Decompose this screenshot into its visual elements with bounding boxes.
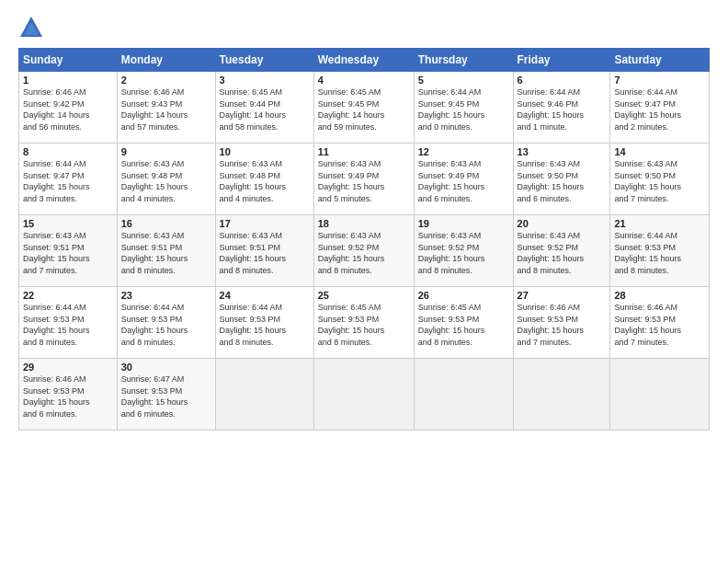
day-number: 14 <box>614 146 705 157</box>
calendar: SundayMondayTuesdayWednesdayThursdayFrid… <box>18 48 710 431</box>
day-info: Sunrise: 6:45 AM Sunset: 9:53 PM Dayligh… <box>418 302 509 348</box>
day-info: Sunrise: 6:43 AM Sunset: 9:52 PM Dayligh… <box>318 230 410 276</box>
day-number: 11 <box>318 146 410 157</box>
calendar-day: 12Sunrise: 6:43 AM Sunset: 9:49 PM Dayli… <box>414 144 513 215</box>
calendar-day: 20Sunrise: 6:43 AM Sunset: 9:52 PM Dayli… <box>513 215 610 287</box>
day-number: 13 <box>518 146 607 157</box>
day-number: 2 <box>121 75 211 86</box>
day-number: 28 <box>614 290 705 301</box>
calendar-day: 28Sunrise: 6:46 AM Sunset: 9:53 PM Dayli… <box>610 287 710 359</box>
day-info: Sunrise: 6:43 AM Sunset: 9:52 PM Dayligh… <box>418 230 509 276</box>
day-number: 16 <box>121 218 211 229</box>
day-number: 1 <box>23 75 113 86</box>
calendar-day: 25Sunrise: 6:45 AM Sunset: 9:53 PM Dayli… <box>313 287 414 359</box>
calendar-week-5: 29Sunrise: 6:46 AM Sunset: 9:53 PM Dayli… <box>19 359 710 431</box>
calendar-day: 14Sunrise: 6:43 AM Sunset: 9:50 PM Dayli… <box>610 144 710 215</box>
day-info: Sunrise: 6:44 AM Sunset: 9:53 PM Dayligh… <box>220 302 310 348</box>
day-info: Sunrise: 6:46 AM Sunset: 9:53 PM Dayligh… <box>614 302 705 348</box>
calendar-day: 19Sunrise: 6:43 AM Sunset: 9:52 PM Dayli… <box>414 215 513 287</box>
day-info: Sunrise: 6:43 AM Sunset: 9:49 PM Dayligh… <box>318 158 410 204</box>
day-info: Sunrise: 6:45 AM Sunset: 9:45 PM Dayligh… <box>318 86 410 132</box>
day-number: 22 <box>23 290 113 301</box>
day-info: Sunrise: 6:45 AM Sunset: 9:53 PM Dayligh… <box>318 302 410 348</box>
day-info: Sunrise: 6:46 AM Sunset: 9:53 PM Dayligh… <box>518 302 607 348</box>
day-info: Sunrise: 6:43 AM Sunset: 9:50 PM Dayligh… <box>614 158 705 204</box>
day-number: 30 <box>121 362 211 373</box>
day-info: Sunrise: 6:44 AM Sunset: 9:45 PM Dayligh… <box>418 86 509 132</box>
calendar-day: 23Sunrise: 6:44 AM Sunset: 9:53 PM Dayli… <box>117 287 215 359</box>
calendar-week-4: 22Sunrise: 6:44 AM Sunset: 9:53 PM Dayli… <box>19 287 710 359</box>
calendar-day: 13Sunrise: 6:43 AM Sunset: 9:50 PM Dayli… <box>513 144 610 215</box>
day-number: 6 <box>518 75 607 86</box>
day-number: 10 <box>220 146 310 157</box>
calendar-day <box>313 359 414 431</box>
calendar-header-row: SundayMondayTuesdayWednesdayThursdayFrid… <box>19 49 710 72</box>
day-info: Sunrise: 6:43 AM Sunset: 9:51 PM Dayligh… <box>23 230 113 276</box>
calendar-day: 10Sunrise: 6:43 AM Sunset: 9:48 PM Dayli… <box>215 144 313 215</box>
calendar-day: 9Sunrise: 6:43 AM Sunset: 9:48 PM Daylig… <box>117 144 215 215</box>
day-info: Sunrise: 6:45 AM Sunset: 9:44 PM Dayligh… <box>220 86 310 132</box>
day-info: Sunrise: 6:43 AM Sunset: 9:48 PM Dayligh… <box>220 158 310 204</box>
day-number: 20 <box>518 218 607 229</box>
day-info: Sunrise: 6:43 AM Sunset: 9:52 PM Dayligh… <box>518 230 607 276</box>
day-number: 4 <box>318 75 410 86</box>
day-header-friday: Friday <box>513 49 610 72</box>
calendar-day: 6Sunrise: 6:44 AM Sunset: 9:46 PM Daylig… <box>513 72 610 144</box>
day-number: 17 <box>220 218 310 229</box>
calendar-day: 27Sunrise: 6:46 AM Sunset: 9:53 PM Dayli… <box>513 287 610 359</box>
calendar-day: 1Sunrise: 6:46 AM Sunset: 9:42 PM Daylig… <box>19 72 118 144</box>
calendar-day: 15Sunrise: 6:43 AM Sunset: 9:51 PM Dayli… <box>19 215 118 287</box>
day-info: Sunrise: 6:44 AM Sunset: 9:47 PM Dayligh… <box>614 86 705 132</box>
day-number: 21 <box>614 218 705 229</box>
calendar-day: 30Sunrise: 6:47 AM Sunset: 9:53 PM Dayli… <box>117 359 215 431</box>
day-info: Sunrise: 6:44 AM Sunset: 9:47 PM Dayligh… <box>23 158 113 204</box>
calendar-week-1: 1Sunrise: 6:46 AM Sunset: 9:42 PM Daylig… <box>19 72 710 144</box>
day-info: Sunrise: 6:44 AM Sunset: 9:53 PM Dayligh… <box>121 302 211 348</box>
calendar-week-2: 8Sunrise: 6:44 AM Sunset: 9:47 PM Daylig… <box>19 144 710 215</box>
day-info: Sunrise: 6:43 AM Sunset: 9:49 PM Dayligh… <box>418 158 509 204</box>
day-header-thursday: Thursday <box>414 49 513 72</box>
day-number: 25 <box>318 290 410 301</box>
calendar-day: 8Sunrise: 6:44 AM Sunset: 9:47 PM Daylig… <box>19 144 118 215</box>
calendar-day: 3Sunrise: 6:45 AM Sunset: 9:44 PM Daylig… <box>215 72 313 144</box>
day-number: 29 <box>23 362 113 373</box>
day-number: 19 <box>418 218 509 229</box>
calendar-day: 4Sunrise: 6:45 AM Sunset: 9:45 PM Daylig… <box>313 72 414 144</box>
day-header-sunday: Sunday <box>19 49 118 72</box>
day-number: 12 <box>418 146 509 157</box>
day-info: Sunrise: 6:46 AM Sunset: 9:42 PM Dayligh… <box>23 86 113 132</box>
calendar-day <box>610 359 710 431</box>
logo <box>18 15 48 40</box>
day-number: 15 <box>23 218 113 229</box>
calendar-day: 11Sunrise: 6:43 AM Sunset: 9:49 PM Dayli… <box>313 144 414 215</box>
day-info: Sunrise: 6:43 AM Sunset: 9:50 PM Dayligh… <box>518 158 607 204</box>
day-info: Sunrise: 6:44 AM Sunset: 9:46 PM Dayligh… <box>518 86 607 132</box>
calendar-day: 17Sunrise: 6:43 AM Sunset: 9:51 PM Dayli… <box>215 215 313 287</box>
day-info: Sunrise: 6:46 AM Sunset: 9:53 PM Dayligh… <box>23 373 113 419</box>
day-header-tuesday: Tuesday <box>215 49 313 72</box>
day-info: Sunrise: 6:44 AM Sunset: 9:53 PM Dayligh… <box>23 302 113 348</box>
logo-icon <box>18 15 44 40</box>
calendar-day: 29Sunrise: 6:46 AM Sunset: 9:53 PM Dayli… <box>19 359 118 431</box>
day-info: Sunrise: 6:43 AM Sunset: 9:48 PM Dayligh… <box>121 158 211 204</box>
calendar-day: 26Sunrise: 6:45 AM Sunset: 9:53 PM Dayli… <box>414 287 513 359</box>
day-info: Sunrise: 6:44 AM Sunset: 9:53 PM Dayligh… <box>614 230 705 276</box>
day-number: 23 <box>121 290 211 301</box>
calendar-day: 18Sunrise: 6:43 AM Sunset: 9:52 PM Dayli… <box>313 215 414 287</box>
day-number: 8 <box>23 146 113 157</box>
day-header-wednesday: Wednesday <box>313 49 414 72</box>
page: SundayMondayTuesdayWednesdayThursdayFrid… <box>0 0 728 563</box>
day-number: 24 <box>220 290 310 301</box>
day-header-saturday: Saturday <box>610 49 710 72</box>
calendar-day: 21Sunrise: 6:44 AM Sunset: 9:53 PM Dayli… <box>610 215 710 287</box>
day-number: 5 <box>418 75 509 86</box>
day-info: Sunrise: 6:47 AM Sunset: 9:53 PM Dayligh… <box>121 373 211 419</box>
header <box>18 15 710 40</box>
day-number: 9 <box>121 146 211 157</box>
day-number: 3 <box>220 75 310 86</box>
calendar-week-3: 15Sunrise: 6:43 AM Sunset: 9:51 PM Dayli… <box>19 215 710 287</box>
calendar-day: 22Sunrise: 6:44 AM Sunset: 9:53 PM Dayli… <box>19 287 118 359</box>
calendar-day: 24Sunrise: 6:44 AM Sunset: 9:53 PM Dayli… <box>215 287 313 359</box>
calendar-day: 2Sunrise: 6:46 AM Sunset: 9:43 PM Daylig… <box>117 72 215 144</box>
day-number: 26 <box>418 290 509 301</box>
